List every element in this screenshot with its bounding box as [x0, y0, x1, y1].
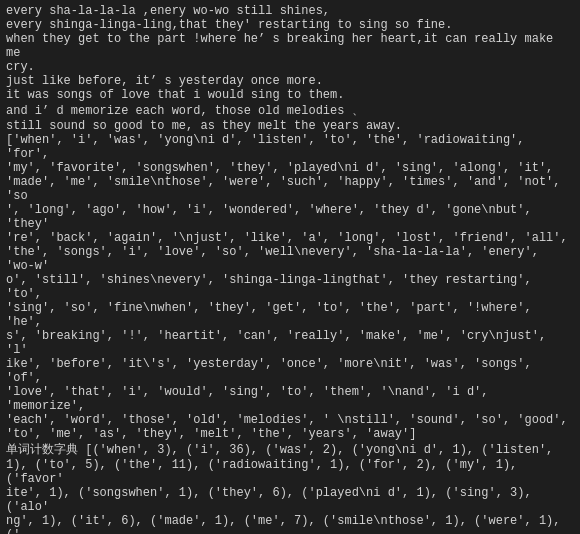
output-line-5: it was songs of love that i would sing t…	[6, 88, 574, 102]
word-list-line-7: 'sing', 'so', 'fine\nwhen', 'they', 'get…	[6, 301, 574, 329]
output-line-1: every shinga-linga-ling,that they' resta…	[6, 18, 574, 32]
dict-header: 单词计数字典 [('when', 3), ('i', 36), ('was', …	[6, 441, 574, 458]
word-list-line-9: ike', 'before', 'it\'s', 'yesterday', 'o…	[6, 357, 574, 385]
dict-line-2: ng', 1), ('it', 6), ('made', 1), ('me', …	[6, 514, 574, 534]
word-list-line-10: 'love', 'that', 'i', 'would', 'sing', 't…	[6, 385, 574, 413]
output-line-6: and i’ d memorize each word, those old m…	[6, 102, 574, 119]
word-list-line-6: o', 'still', 'shines\nevery', 'shinga-li…	[6, 273, 574, 301]
word-list-line-2: 'made', 'me', 'smile\nthose', 'were', 's…	[6, 175, 574, 203]
dict-line-0: 1), ('to', 5), ('the', 11), ('radiowaiti…	[6, 458, 574, 486]
output-line-4: just like before, it’ s yesterday once m…	[6, 74, 574, 88]
word-list-line-8: s', 'breaking', '!', 'heartit', 'can', '…	[6, 329, 574, 357]
word-list-line-3: ', 'long', 'ago', 'how', 'i', 'wondered'…	[6, 203, 574, 231]
output-line-7: still sound so good to me, as they melt …	[6, 119, 574, 133]
word-list-line-11: 'each', 'word', 'those', 'old', 'melodie…	[6, 413, 574, 427]
word-list-line-5: 'the', 'songs', 'i', 'love', 'so', 'well…	[6, 245, 574, 273]
word-list-line-4: 're', 'back', 'again', '\njust', 'like',…	[6, 231, 574, 245]
output-line-0: every sha-la-la-la ,enery wo-wo still sh…	[6, 4, 574, 18]
dict-line-1: ite', 1), ('songswhen', 1), ('they', 6),…	[6, 486, 574, 514]
output-line-2: when they get to the part !where he’ s b…	[6, 32, 574, 60]
output-area: every sha-la-la-la ,enery wo-wo still sh…	[6, 4, 574, 534]
word-list-line-1: 'my', 'favorite', 'songswhen', 'they', '…	[6, 161, 574, 175]
output-line-3: cry.	[6, 60, 574, 74]
word-list-line-12: 'to', 'me', 'as', 'they', 'melt', 'the',…	[6, 427, 574, 441]
word-list-line-0: ['when', 'i', 'was', 'yong\ni d', 'liste…	[6, 133, 574, 161]
terminal-window: every sha-la-la-la ,enery wo-wo still sh…	[0, 0, 580, 534]
